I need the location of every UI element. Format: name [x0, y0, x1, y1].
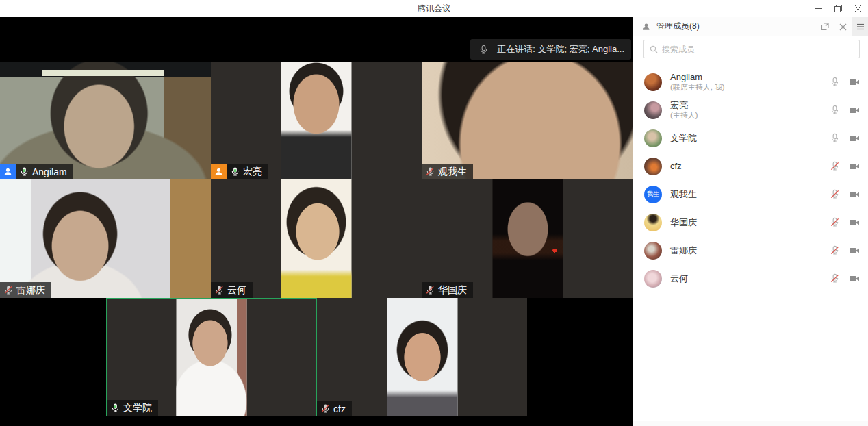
tile-name-label: 华国庆: [422, 282, 473, 298]
avatar: [644, 101, 662, 119]
member-panel-footer: [633, 421, 868, 426]
now-speaking-text: 正在讲话: 文学院; 宏亮; Angila...: [497, 43, 624, 55]
mic-speaking-icon: [230, 166, 240, 177]
mic-muted-icon[interactable]: [829, 188, 841, 200]
member-search-input[interactable]: [662, 45, 854, 54]
camera-on-icon[interactable]: [848, 132, 860, 144]
microphone-icon: [478, 45, 489, 55]
member-name: 云何: [670, 273, 688, 284]
camera-on-icon[interactable]: [848, 104, 860, 116]
mic-on-icon: [110, 403, 120, 413]
camera-on-icon[interactable]: [848, 188, 860, 200]
participant-name: 观我生: [438, 166, 467, 178]
mic-muted-icon: [320, 403, 331, 414]
mic-muted-icon: [425, 285, 435, 295]
now-speaking-banner: 正在讲话: 文学院; 宏亮; Angila...: [470, 39, 631, 60]
mic-muted-icon[interactable]: [829, 245, 841, 256]
minimize-button[interactable]: [808, 0, 828, 17]
video-tile-hongliang[interactable]: 宏亮: [211, 62, 422, 179]
mic-muted-icon: [3, 285, 14, 295]
video-feed: [492, 179, 563, 298]
video-feed: [281, 179, 352, 298]
mic-muted-icon: [425, 166, 435, 177]
members-icon: [641, 22, 651, 32]
video-tile-angilam[interactable]: Angilam: [0, 62, 211, 179]
video-tile-yunhe[interactable]: 云何: [211, 179, 422, 298]
video-feed: [281, 62, 352, 179]
member-row-angilam[interactable]: Angilam(联席主持人, 我): [633, 68, 868, 96]
video-tile-guanwosheng[interactable]: 观我生: [422, 62, 633, 179]
member-row-huaguoqing[interactable]: 华国庆: [633, 208, 868, 236]
video-tile-wenxueyuan-active-speaker[interactable]: 文学院: [106, 298, 317, 416]
member-panel-header: 管理成员(8): [633, 17, 868, 36]
avatar: [644, 242, 662, 260]
video-tile-huaguoqing[interactable]: 华国庆: [422, 179, 633, 298]
tile-name-label: cfz: [317, 401, 352, 416]
member-list: Angilam(联席主持人, 我) 宏亮(主持人) 文学院 cfz 我生: [633, 68, 868, 292]
avatar: [644, 158, 662, 175]
member-search-box: [643, 40, 860, 58]
co-host-badge-icon: [0, 164, 16, 179]
window-title: 腾讯会议: [418, 3, 450, 14]
participant-name: 雷娜庆: [16, 284, 45, 297]
camera-on-icon[interactable]: [848, 273, 860, 284]
avatar: [644, 270, 662, 288]
tencent-meeting-window: 腾讯会议 Angilam 宏亮 观我生: [0, 0, 868, 426]
tile-name-label: 雷娜庆: [0, 282, 51, 298]
member-name: 观我生: [670, 189, 697, 199]
popout-panel-icon[interactable]: [816, 17, 834, 36]
camera-on-icon[interactable]: [848, 160, 860, 172]
close-button[interactable]: [848, 0, 868, 17]
video-tile-cfz[interactable]: cfz: [317, 298, 527, 416]
camera-on-icon[interactable]: [848, 76, 860, 88]
mic-on-icon[interactable]: [829, 132, 841, 144]
mic-on-icon[interactable]: [829, 104, 841, 116]
avatar: [644, 214, 662, 231]
video-grid-area: Angilam 宏亮 观我生 雷娜庆 云何: [0, 17, 633, 426]
mic-muted-icon[interactable]: [829, 216, 841, 228]
mic-muted-icon[interactable]: [829, 273, 841, 284]
member-row-yunhe[interactable]: 云何: [633, 264, 868, 292]
member-name: 宏亮: [670, 100, 698, 110]
participant-name: 华国庆: [438, 284, 467, 297]
mic-speaking-icon: [19, 166, 29, 177]
tile-name-label: Angilam: [0, 164, 73, 179]
search-icon: [650, 45, 658, 53]
member-role: (主持人): [670, 110, 698, 120]
restore-button[interactable]: [828, 0, 848, 17]
participant-name: 云何: [227, 284, 246, 297]
avatar-initials: 我生: [647, 191, 659, 197]
member-row-wenxueyuan[interactable]: 文学院: [633, 124, 868, 152]
member-row-guanwosheng[interactable]: 我生 观我生: [633, 180, 868, 208]
video-feed: [387, 298, 457, 416]
member-role: (联席主持人, 我): [670, 82, 724, 92]
member-row-cfz[interactable]: cfz: [633, 152, 868, 180]
mic-muted-icon[interactable]: [829, 160, 841, 172]
member-row-hongliang[interactable]: 宏亮(主持人): [633, 96, 868, 124]
avatar: [644, 129, 662, 147]
member-row-leinaqing[interactable]: 雷娜庆: [633, 236, 868, 264]
participant-name: 宏亮: [243, 166, 262, 178]
member-panel: 管理成员(8) Angilam(联席主持人, 我) 宏亮(主持人): [633, 17, 868, 426]
tile-name-label: 文学院: [107, 400, 158, 416]
tile-name-label: 云何: [211, 282, 253, 298]
close-panel-icon[interactable]: [834, 17, 852, 36]
titlebar: 腾讯会议: [0, 0, 868, 17]
mic-on-icon[interactable]: [829, 76, 841, 88]
camera-on-icon[interactable]: [848, 216, 860, 228]
member-name: 华国庆: [670, 217, 697, 227]
mic-muted-icon: [214, 285, 225, 295]
member-name: 文学院: [670, 133, 697, 143]
camera-on-icon[interactable]: [848, 245, 860, 256]
video-tile-leinaqing[interactable]: 雷娜庆: [0, 179, 211, 298]
avatar: 我生: [644, 186, 662, 203]
panel-menu-icon[interactable]: [852, 17, 868, 36]
participant-name: cfz: [333, 403, 346, 414]
window-controls: [808, 0, 868, 17]
member-panel-title: 管理成员(8): [656, 21, 700, 32]
member-name: cfz: [670, 161, 682, 171]
participant-name: Angilam: [32, 166, 67, 177]
video-feed: [177, 299, 247, 416]
member-name: 雷娜庆: [670, 245, 697, 255]
tile-name-label: 宏亮: [211, 164, 268, 179]
